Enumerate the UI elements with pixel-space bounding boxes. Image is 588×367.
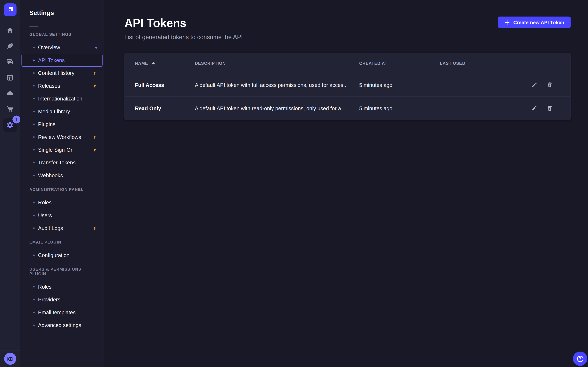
token-description: A default API token with full access per…	[195, 82, 359, 88]
edit-button[interactable]	[530, 104, 538, 112]
sidebar-item-overview[interactable]: Overview	[22, 41, 103, 54]
bullet-icon	[33, 312, 35, 313]
plus-icon	[504, 19, 510, 25]
notification-dot-icon	[95, 47, 97, 49]
settings-button[interactable]: 1	[3, 118, 17, 132]
pencil-icon	[531, 105, 537, 111]
sidebar-item-roles-up[interactable]: Roles	[22, 280, 103, 293]
table-header-row: NAME DESCRIPTION CREATED AT LAST USED	[125, 53, 570, 73]
sidebar-item-roles-admin[interactable]: Roles	[22, 196, 103, 209]
rail-icon-list: 1	[2, 23, 17, 133]
bullet-icon	[33, 162, 35, 163]
page-title: API Tokens	[124, 17, 243, 30]
sidebar-item-internationalization[interactable]: Internationalization	[22, 92, 103, 105]
edit-button[interactable]	[530, 81, 538, 89]
sidebar-item-configuration[interactable]: Configuration	[22, 249, 103, 261]
home-button[interactable]	[2, 23, 17, 38]
page-subtitle: List of generated tokens to consume the …	[124, 33, 243, 42]
cloud-icon	[6, 89, 14, 98]
help-button[interactable]: ?	[573, 351, 587, 366]
sidebar-item-single-sign-on[interactable]: Single Sign-On	[22, 143, 103, 156]
main-content: API Tokens List of generated tokens to c…	[104, 0, 588, 367]
gear-icon	[6, 121, 14, 129]
bullet-icon	[33, 47, 35, 48]
subnav-section-email-plugin: EMAIL PLUGIN Configuration	[20, 240, 104, 262]
subnav-section-users-permissions: USERS & PERMISSIONS PLUGIN Roles Provide…	[20, 267, 104, 332]
bullet-icon	[33, 149, 35, 150]
sidebar-item-review-workflows[interactable]: Review Workflows	[22, 131, 103, 143]
content-type-builder-button[interactable]	[2, 70, 17, 85]
sidebar-item-api-tokens[interactable]: API Tokens	[22, 54, 103, 67]
sidebar-item-content-history[interactable]: Content History	[22, 67, 103, 79]
trash-icon	[546, 82, 553, 88]
bullet-icon	[33, 299, 35, 300]
bullet-icon	[33, 215, 35, 216]
subnav-title: Settings	[29, 9, 95, 17]
subnav-section-global-settings: GLOBAL SETTINGS Overview API Tokens Cont…	[20, 32, 104, 182]
bullet-icon	[33, 136, 35, 138]
bullet-icon	[33, 254, 35, 256]
subnav-header: Settings	[20, 0, 104, 27]
home-icon	[6, 26, 14, 34]
media-library-icon	[6, 58, 14, 66]
bullet-icon	[33, 227, 35, 229]
token-created-at: 5 minutes ago	[359, 82, 440, 88]
row-actions	[520, 104, 560, 112]
cloud-button[interactable]	[2, 86, 17, 101]
subnav-section-administration-panel: ADMINISTRATION PANEL Roles Users Audit L…	[20, 187, 104, 234]
cart-icon	[6, 105, 14, 113]
column-header-name[interactable]: NAME	[135, 61, 195, 65]
bullet-icon	[33, 72, 35, 74]
delete-button[interactable]	[546, 81, 553, 89]
sort-ascending-icon	[151, 62, 155, 64]
layout-icon	[6, 74, 14, 81]
strapi-logo[interactable]	[4, 3, 16, 16]
token-name: Read Only	[135, 105, 195, 111]
column-header-created-at: CREATED AT	[359, 61, 440, 65]
logo-container	[0, 0, 20, 20]
create-api-token-button[interactable]: Create new API Token	[498, 17, 571, 28]
section-label: GLOBAL SETTINGS	[29, 32, 95, 37]
table-row-full-access[interactable]: Full Access A default API token with ful…	[125, 73, 570, 96]
avatar[interactable]: KD	[4, 353, 16, 365]
lightning-icon	[92, 83, 97, 89]
strapi-logo-icon	[4, 3, 16, 16]
bullet-icon	[33, 111, 35, 112]
sidebar-item-webhooks[interactable]: Webhooks	[22, 169, 103, 182]
column-header-description: DESCRIPTION	[195, 61, 359, 65]
settings-badge: 1	[12, 116, 20, 123]
sidebar-item-audit-logs[interactable]: Audit Logs	[22, 222, 103, 234]
marketplace-button[interactable]	[2, 102, 17, 117]
sidebar-item-advanced-settings[interactable]: Advanced settings	[22, 319, 103, 332]
media-library-button[interactable]	[2, 54, 17, 69]
token-created-at: 5 minutes ago	[359, 105, 440, 111]
sidebar-item-email-templates[interactable]: Email templates	[22, 306, 103, 319]
token-description: A default API token with read-only permi…	[195, 105, 359, 111]
bullet-icon	[33, 124, 35, 125]
sidebar-item-media-library[interactable]: Media Library	[22, 105, 103, 118]
content-manager-button[interactable]	[2, 38, 17, 53]
main-nav-rail: 1 KD	[0, 0, 20, 367]
section-label: USERS & PERMISSIONS PLUGIN	[29, 267, 95, 276]
bullet-icon	[33, 175, 35, 176]
divider	[0, 350, 20, 350]
sidebar-item-providers[interactable]: Providers	[22, 293, 103, 306]
table-row-read-only[interactable]: Read Only A default API token with read-…	[125, 96, 570, 120]
sidebar-item-transfer-tokens[interactable]: Transfer Tokens	[22, 156, 103, 169]
section-label: ADMINISTRATION PANEL	[29, 187, 95, 192]
sidebar-item-releases[interactable]: Releases	[22, 79, 103, 92]
column-header-last-used: LAST USED	[440, 61, 520, 65]
trash-icon	[546, 105, 553, 111]
api-tokens-table: NAME DESCRIPTION CREATED AT LAST USED Fu…	[124, 53, 571, 120]
bullet-icon	[33, 286, 35, 288]
bullet-icon	[33, 98, 35, 99]
lightning-icon	[92, 225, 97, 231]
sidebar-item-users[interactable]: Users	[22, 209, 103, 222]
page-header: API Tokens List of generated tokens to c…	[124, 17, 571, 42]
delete-button[interactable]	[546, 104, 553, 112]
sidebar-item-plugins[interactable]: Plugins	[22, 118, 103, 131]
lightning-icon	[92, 147, 97, 153]
bullet-icon	[33, 85, 35, 87]
lightning-icon	[92, 70, 97, 76]
rail-bottom: KD	[0, 350, 20, 367]
